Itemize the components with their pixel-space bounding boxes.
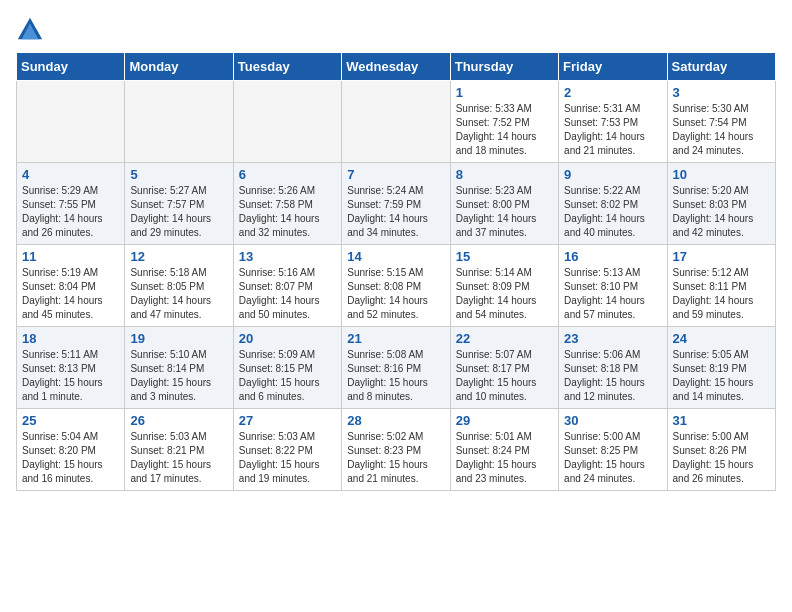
day-info: Sunrise: 5:06 AM Sunset: 8:18 PM Dayligh… [564, 348, 661, 404]
day-info: Sunrise: 5:12 AM Sunset: 8:11 PM Dayligh… [673, 266, 770, 322]
day-number: 12 [130, 249, 227, 264]
calendar-header-tuesday: Tuesday [233, 53, 341, 81]
day-number: 1 [456, 85, 553, 100]
calendar-header-monday: Monday [125, 53, 233, 81]
day-number: 15 [456, 249, 553, 264]
calendar-cell: 30Sunrise: 5:00 AM Sunset: 8:25 PM Dayli… [559, 409, 667, 491]
day-info: Sunrise: 5:03 AM Sunset: 8:21 PM Dayligh… [130, 430, 227, 486]
day-info: Sunrise: 5:00 AM Sunset: 8:26 PM Dayligh… [673, 430, 770, 486]
day-info: Sunrise: 5:30 AM Sunset: 7:54 PM Dayligh… [673, 102, 770, 158]
calendar-cell: 9Sunrise: 5:22 AM Sunset: 8:02 PM Daylig… [559, 163, 667, 245]
day-info: Sunrise: 5:13 AM Sunset: 8:10 PM Dayligh… [564, 266, 661, 322]
day-info: Sunrise: 5:19 AM Sunset: 8:04 PM Dayligh… [22, 266, 119, 322]
day-number: 18 [22, 331, 119, 346]
calendar-header-thursday: Thursday [450, 53, 558, 81]
calendar-week-row-5: 25Sunrise: 5:04 AM Sunset: 8:20 PM Dayli… [17, 409, 776, 491]
calendar-header-row: SundayMondayTuesdayWednesdayThursdayFrid… [17, 53, 776, 81]
calendar-cell: 8Sunrise: 5:23 AM Sunset: 8:00 PM Daylig… [450, 163, 558, 245]
day-number: 26 [130, 413, 227, 428]
day-info: Sunrise: 5:20 AM Sunset: 8:03 PM Dayligh… [673, 184, 770, 240]
calendar-cell: 4Sunrise: 5:29 AM Sunset: 7:55 PM Daylig… [17, 163, 125, 245]
calendar-header-saturday: Saturday [667, 53, 775, 81]
calendar-cell: 29Sunrise: 5:01 AM Sunset: 8:24 PM Dayli… [450, 409, 558, 491]
day-info: Sunrise: 5:08 AM Sunset: 8:16 PM Dayligh… [347, 348, 444, 404]
calendar-cell: 15Sunrise: 5:14 AM Sunset: 8:09 PM Dayli… [450, 245, 558, 327]
calendar-cell: 3Sunrise: 5:30 AM Sunset: 7:54 PM Daylig… [667, 81, 775, 163]
calendar-cell: 14Sunrise: 5:15 AM Sunset: 8:08 PM Dayli… [342, 245, 450, 327]
day-number: 22 [456, 331, 553, 346]
day-number: 16 [564, 249, 661, 264]
calendar-cell: 11Sunrise: 5:19 AM Sunset: 8:04 PM Dayli… [17, 245, 125, 327]
day-info: Sunrise: 5:07 AM Sunset: 8:17 PM Dayligh… [456, 348, 553, 404]
day-number: 6 [239, 167, 336, 182]
day-number: 5 [130, 167, 227, 182]
day-number: 10 [673, 167, 770, 182]
calendar-header-wednesday: Wednesday [342, 53, 450, 81]
day-number: 27 [239, 413, 336, 428]
calendar-cell: 17Sunrise: 5:12 AM Sunset: 8:11 PM Dayli… [667, 245, 775, 327]
calendar-cell: 6Sunrise: 5:26 AM Sunset: 7:58 PM Daylig… [233, 163, 341, 245]
day-number: 4 [22, 167, 119, 182]
calendar-cell [342, 81, 450, 163]
logo [16, 16, 48, 44]
day-info: Sunrise: 5:10 AM Sunset: 8:14 PM Dayligh… [130, 348, 227, 404]
page-header [16, 16, 776, 44]
day-number: 9 [564, 167, 661, 182]
day-number: 23 [564, 331, 661, 346]
day-number: 7 [347, 167, 444, 182]
calendar-cell: 7Sunrise: 5:24 AM Sunset: 7:59 PM Daylig… [342, 163, 450, 245]
calendar-cell [233, 81, 341, 163]
calendar-cell: 28Sunrise: 5:02 AM Sunset: 8:23 PM Dayli… [342, 409, 450, 491]
logo-icon [16, 16, 44, 44]
day-number: 11 [22, 249, 119, 264]
day-info: Sunrise: 5:26 AM Sunset: 7:58 PM Dayligh… [239, 184, 336, 240]
calendar-cell: 26Sunrise: 5:03 AM Sunset: 8:21 PM Dayli… [125, 409, 233, 491]
day-info: Sunrise: 5:02 AM Sunset: 8:23 PM Dayligh… [347, 430, 444, 486]
calendar-cell: 27Sunrise: 5:03 AM Sunset: 8:22 PM Dayli… [233, 409, 341, 491]
calendar-cell: 12Sunrise: 5:18 AM Sunset: 8:05 PM Dayli… [125, 245, 233, 327]
calendar-week-row-3: 11Sunrise: 5:19 AM Sunset: 8:04 PM Dayli… [17, 245, 776, 327]
calendar-cell: 1Sunrise: 5:33 AM Sunset: 7:52 PM Daylig… [450, 81, 558, 163]
day-number: 3 [673, 85, 770, 100]
calendar-cell: 31Sunrise: 5:00 AM Sunset: 8:26 PM Dayli… [667, 409, 775, 491]
calendar-cell [17, 81, 125, 163]
calendar-header-friday: Friday [559, 53, 667, 81]
day-number: 17 [673, 249, 770, 264]
day-info: Sunrise: 5:31 AM Sunset: 7:53 PM Dayligh… [564, 102, 661, 158]
day-info: Sunrise: 5:00 AM Sunset: 8:25 PM Dayligh… [564, 430, 661, 486]
day-info: Sunrise: 5:18 AM Sunset: 8:05 PM Dayligh… [130, 266, 227, 322]
calendar-cell: 16Sunrise: 5:13 AM Sunset: 8:10 PM Dayli… [559, 245, 667, 327]
calendar-cell: 20Sunrise: 5:09 AM Sunset: 8:15 PM Dayli… [233, 327, 341, 409]
day-number: 28 [347, 413, 444, 428]
day-info: Sunrise: 5:01 AM Sunset: 8:24 PM Dayligh… [456, 430, 553, 486]
day-info: Sunrise: 5:09 AM Sunset: 8:15 PM Dayligh… [239, 348, 336, 404]
calendar-cell: 5Sunrise: 5:27 AM Sunset: 7:57 PM Daylig… [125, 163, 233, 245]
calendar-cell: 22Sunrise: 5:07 AM Sunset: 8:17 PM Dayli… [450, 327, 558, 409]
calendar-cell [125, 81, 233, 163]
calendar-cell: 24Sunrise: 5:05 AM Sunset: 8:19 PM Dayli… [667, 327, 775, 409]
day-info: Sunrise: 5:03 AM Sunset: 8:22 PM Dayligh… [239, 430, 336, 486]
day-number: 25 [22, 413, 119, 428]
day-info: Sunrise: 5:15 AM Sunset: 8:08 PM Dayligh… [347, 266, 444, 322]
calendar-header-sunday: Sunday [17, 53, 125, 81]
day-info: Sunrise: 5:23 AM Sunset: 8:00 PM Dayligh… [456, 184, 553, 240]
calendar-cell: 19Sunrise: 5:10 AM Sunset: 8:14 PM Dayli… [125, 327, 233, 409]
day-info: Sunrise: 5:27 AM Sunset: 7:57 PM Dayligh… [130, 184, 227, 240]
day-info: Sunrise: 5:14 AM Sunset: 8:09 PM Dayligh… [456, 266, 553, 322]
day-info: Sunrise: 5:22 AM Sunset: 8:02 PM Dayligh… [564, 184, 661, 240]
calendar-cell: 23Sunrise: 5:06 AM Sunset: 8:18 PM Dayli… [559, 327, 667, 409]
day-info: Sunrise: 5:33 AM Sunset: 7:52 PM Dayligh… [456, 102, 553, 158]
day-info: Sunrise: 5:11 AM Sunset: 8:13 PM Dayligh… [22, 348, 119, 404]
day-number: 31 [673, 413, 770, 428]
day-number: 2 [564, 85, 661, 100]
day-number: 19 [130, 331, 227, 346]
day-number: 29 [456, 413, 553, 428]
day-number: 20 [239, 331, 336, 346]
calendar-cell: 18Sunrise: 5:11 AM Sunset: 8:13 PM Dayli… [17, 327, 125, 409]
calendar-week-row-4: 18Sunrise: 5:11 AM Sunset: 8:13 PM Dayli… [17, 327, 776, 409]
day-info: Sunrise: 5:04 AM Sunset: 8:20 PM Dayligh… [22, 430, 119, 486]
day-info: Sunrise: 5:29 AM Sunset: 7:55 PM Dayligh… [22, 184, 119, 240]
day-number: 21 [347, 331, 444, 346]
day-number: 14 [347, 249, 444, 264]
calendar-cell: 13Sunrise: 5:16 AM Sunset: 8:07 PM Dayli… [233, 245, 341, 327]
